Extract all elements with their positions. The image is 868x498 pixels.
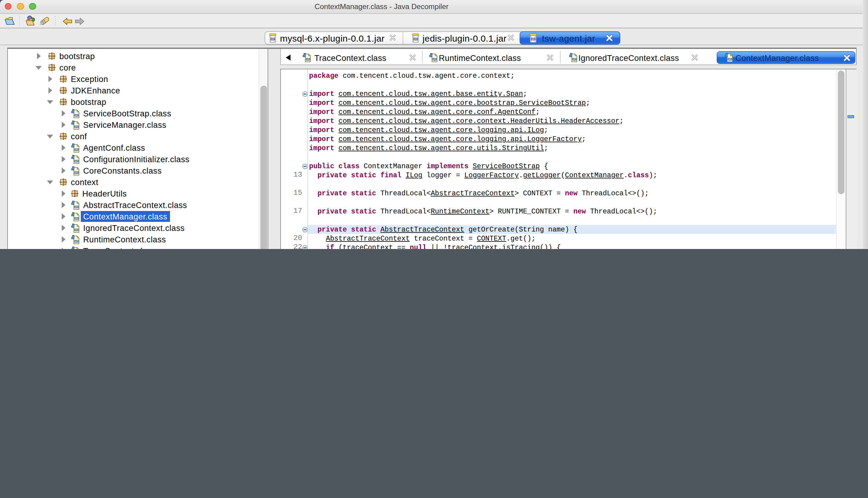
svg-text:010: 010 [75,205,79,209]
svg-text:010: 010 [727,57,732,62]
svg-text:010: 010 [75,159,79,163]
svg-text:010: 010 [270,37,275,41]
svg-text:010: 010 [75,216,79,220]
svg-text:010: 010 [75,147,79,152]
svg-text:010: 010 [572,57,576,62]
svg-text:010: 010 [432,57,437,62]
svg-text:010: 010 [413,37,418,41]
svg-text:010: 010 [531,37,535,41]
svg-text:010: 010 [75,124,79,129]
svg-text:010: 010 [75,239,79,243]
svg-text:010: 010 [75,113,79,117]
svg-text:010: 010 [306,57,310,62]
svg-text:010: 010 [75,170,79,174]
svg-text:010: 010 [75,227,79,232]
